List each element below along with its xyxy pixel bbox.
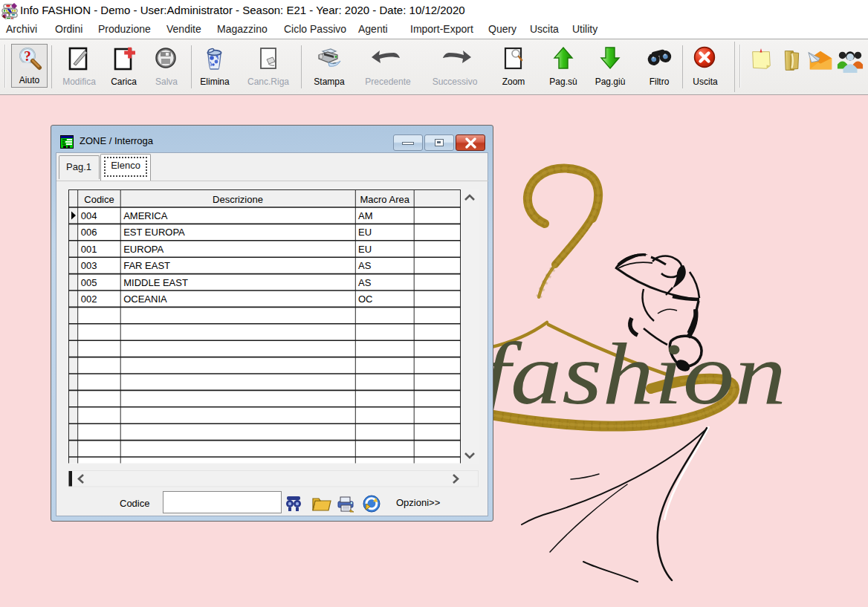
svg-text:EST EUROPA: EST EUROPA	[123, 227, 185, 238]
svg-text:006: 006	[80, 227, 97, 238]
svg-text:AMERICA: AMERICA	[123, 210, 168, 221]
svg-text:AS: AS	[358, 260, 372, 271]
svg-text:?: ?	[24, 48, 31, 64]
svg-text:EU: EU	[358, 244, 372, 255]
svg-text:MIDDLE EAST: MIDDLE EAST	[123, 277, 188, 288]
svg-text:fashion: fashion	[482, 325, 786, 423]
svg-text:EUROPA: EUROPA	[123, 244, 163, 255]
svg-text:Macro Area: Macro Area	[360, 194, 409, 205]
svg-text:OCEANIA: OCEANIA	[123, 293, 167, 305]
svg-text:001: 001	[80, 244, 97, 255]
svg-text:OC: OC	[358, 293, 373, 305]
svg-text:Codice: Codice	[84, 194, 114, 205]
svg-text:004: 004	[80, 210, 97, 221]
svg-text:Descrizione: Descrizione	[213, 194, 263, 205]
svg-text:FAR EAST: FAR EAST	[123, 260, 170, 271]
svg-text:AM: AM	[358, 210, 373, 221]
svg-text:AS: AS	[358, 277, 372, 288]
svg-text:002: 002	[80, 293, 97, 305]
svg-text:003: 003	[80, 260, 97, 271]
svg-text:EU: EU	[358, 227, 372, 238]
svg-text:005: 005	[80, 277, 97, 288]
